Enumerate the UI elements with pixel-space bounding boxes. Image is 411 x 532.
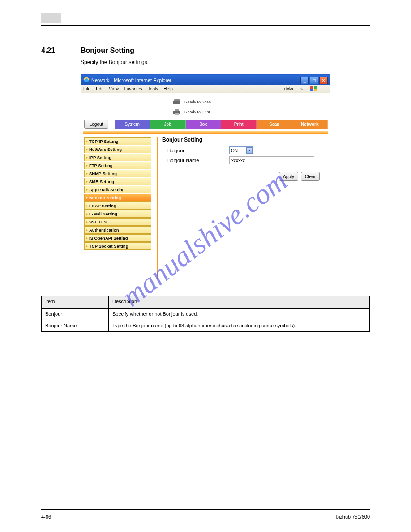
scanner-icon bbox=[173, 99, 182, 106]
section-title: Bonjour Setting bbox=[81, 47, 134, 55]
bonjour-label: Bonjour bbox=[162, 148, 229, 153]
sidebar-item-netware-setting[interactable]: NetWare Setting bbox=[84, 146, 151, 153]
status-scan-text: Ready to Scan bbox=[184, 100, 211, 104]
bonjour-select-value: ON bbox=[231, 148, 238, 153]
sidebar-item-authentication[interactable]: Authentication bbox=[84, 226, 151, 234]
bonjour-name-value: xxxxxx bbox=[231, 158, 245, 163]
td-item: Bonjour Name bbox=[42, 320, 109, 332]
clear-button[interactable]: Clear bbox=[301, 172, 320, 181]
svg-rect-8 bbox=[175, 109, 179, 111]
menu-tools[interactable]: Tools bbox=[148, 86, 158, 91]
table-row: Bonjour Specify whether or not Bonjour i… bbox=[42, 309, 370, 320]
triangle-right-icon bbox=[86, 213, 88, 215]
sidebar-item-label: TCP Socket Setting bbox=[89, 244, 128, 249]
status-area: Ready to Scan Ready to Print bbox=[83, 95, 328, 120]
menu-help[interactable]: Help bbox=[163, 86, 173, 91]
svg-rect-2 bbox=[314, 86, 317, 89]
sidebar-item-label: SNMP Setting bbox=[89, 171, 117, 176]
triangle-right-icon bbox=[86, 148, 88, 151]
tab-job[interactable]: Job bbox=[150, 120, 185, 129]
page-number: 4-66 bbox=[41, 514, 51, 519]
ie-icon bbox=[83, 77, 90, 83]
sidebar-item-is-openapi-setting[interactable]: IS OpenAPI Setting bbox=[84, 234, 151, 242]
description-table: Item Description Bonjour Specify whether… bbox=[41, 296, 370, 332]
hr-bottom bbox=[41, 509, 370, 510]
sidebar-item-ldap-setting[interactable]: LDAP Setting bbox=[84, 202, 151, 210]
menu-file[interactable]: File bbox=[83, 86, 90, 91]
tab-box[interactable]: Box bbox=[186, 120, 221, 129]
sidebar-item-snmp-setting[interactable]: SNMP Setting bbox=[84, 170, 151, 177]
sidebar-item-label: SMB Setting bbox=[89, 179, 114, 184]
chevron-right-icon: » bbox=[300, 87, 303, 91]
svg-rect-6 bbox=[174, 99, 180, 101]
logout-button[interactable]: Logout bbox=[84, 120, 108, 129]
sidebar: TCP/IP SettingNetWare SettingIPP Setting… bbox=[83, 137, 152, 279]
menu-view[interactable]: View bbox=[109, 86, 119, 91]
svg-rect-4 bbox=[314, 89, 317, 91]
apply-button[interactable]: Apply bbox=[279, 172, 298, 181]
th-item: Item bbox=[42, 296, 109, 309]
printer-icon bbox=[173, 108, 182, 116]
menu-edit[interactable]: Edit bbox=[96, 86, 103, 91]
menubar: File Edit View Favorites Tools Help Link… bbox=[81, 85, 330, 93]
sidebar-item-label: NetWare Setting bbox=[89, 147, 122, 152]
sidebar-item-label: IS OpenAPI Setting bbox=[89, 236, 128, 240]
td-desc: Specify whether or not Bonjour is used. bbox=[109, 309, 370, 320]
links-toolbar[interactable]: Links » bbox=[284, 86, 324, 92]
sidebar-item-bonjour-setting[interactable]: Bonjour Setting bbox=[84, 194, 151, 202]
sidebar-item-label: Bonjour Setting bbox=[89, 195, 121, 200]
sidebar-item-ftp-setting[interactable]: FTP Setting bbox=[84, 162, 151, 169]
triangle-right-icon bbox=[86, 197, 88, 199]
sidebar-item-label: TCP/IP Setting bbox=[89, 139, 118, 144]
status-print: Ready to Print bbox=[173, 107, 328, 117]
chapter-badge bbox=[41, 13, 61, 23]
links-label: Links bbox=[284, 87, 293, 91]
window-controls: _ □ × bbox=[300, 77, 328, 84]
sidebar-item-label: IPP Setting bbox=[89, 155, 111, 160]
triangle-right-icon bbox=[86, 237, 88, 240]
svg-rect-5 bbox=[173, 101, 180, 104]
section-number: 4.21 bbox=[41, 47, 55, 55]
tabbar: Logout System Job Box Print Scan Network bbox=[83, 120, 328, 129]
hr-top bbox=[41, 25, 370, 26]
minimize-button[interactable]: _ bbox=[300, 77, 309, 84]
triangle-right-icon bbox=[86, 172, 88, 175]
triangle-right-icon bbox=[86, 205, 88, 207]
table-row: Bonjour Name Type the Bonjour name (up t… bbox=[42, 320, 370, 332]
triangle-right-icon bbox=[86, 156, 88, 159]
tab-system[interactable]: System bbox=[115, 120, 150, 129]
tab-scan[interactable]: Scan bbox=[257, 120, 292, 129]
bonjour-name-input[interactable]: xxxxxx bbox=[229, 156, 314, 164]
sidebar-item-ipp-setting[interactable]: IPP Setting bbox=[84, 154, 151, 161]
triangle-right-icon bbox=[86, 221, 88, 223]
sidebar-item-ssl-tls[interactable]: SSL/TLS bbox=[84, 218, 151, 226]
tab-print[interactable]: Print bbox=[221, 120, 257, 129]
triangle-right-icon bbox=[86, 140, 88, 143]
divider bbox=[157, 137, 158, 279]
sidebar-item-appletalk-setting[interactable]: AppleTalk Setting bbox=[84, 186, 151, 193]
menu-favorites[interactable]: Favorites bbox=[124, 86, 142, 91]
bonjour-select[interactable]: ON bbox=[229, 146, 253, 154]
sidebar-item-smb-setting[interactable]: SMB Setting bbox=[84, 178, 151, 185]
svg-rect-1 bbox=[310, 86, 313, 89]
tab-network[interactable]: Network bbox=[292, 120, 328, 129]
sidebar-item-label: Authentication bbox=[89, 227, 119, 232]
svg-rect-9 bbox=[175, 113, 179, 115]
sidebar-item-tcp-socket-setting[interactable]: TCP Socket Setting bbox=[84, 242, 151, 250]
maximize-button[interactable]: □ bbox=[310, 77, 318, 84]
status-scan: Ready to Scan bbox=[173, 97, 328, 107]
accent-bar bbox=[83, 131, 328, 134]
td-item: Bonjour bbox=[42, 309, 109, 320]
sidebar-item-tcp-ip-setting[interactable]: TCP/IP Setting bbox=[84, 137, 151, 145]
sidebar-item-label: E-Mail Setting bbox=[89, 211, 117, 216]
chevron-down-icon bbox=[246, 147, 253, 154]
close-button[interactable]: × bbox=[319, 77, 328, 84]
triangle-right-icon bbox=[86, 245, 88, 248]
triangle-right-icon bbox=[86, 189, 88, 191]
triangle-right-icon bbox=[86, 164, 88, 167]
td-desc: Type the Bonjour name (up to 63 alphanum… bbox=[109, 320, 370, 332]
sidebar-item-label: LDAP Setting bbox=[89, 203, 116, 208]
sidebar-item-e-mail-setting[interactable]: E-Mail Setting bbox=[84, 210, 151, 218]
browser-window: Network - Microsoft Internet Explorer _ … bbox=[81, 74, 330, 279]
model-number: bizhub 750/600 bbox=[336, 514, 370, 519]
